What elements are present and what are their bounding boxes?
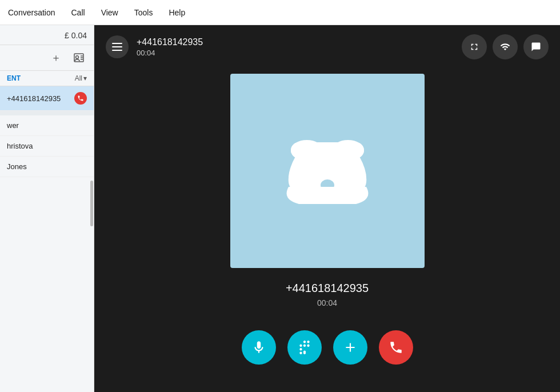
call-center-number: +441618142935 (286, 282, 369, 295)
svg-rect-7 (112, 50, 122, 51)
call-body: +441618142935 00:04 (94, 69, 560, 392)
call-center-duration: 00:04 (317, 298, 337, 307)
chat-button[interactable] (523, 34, 549, 59)
sidebar-divider (0, 111, 94, 115)
main-layout: £ 0.04 ＋ ENT All ▾ (0, 25, 560, 392)
contact-name-active: +441618142935 (7, 94, 61, 103)
menu-call[interactable]: Call (70, 6, 86, 19)
call-controls (242, 330, 413, 387)
call-header-left: +441618142935 00:04 (106, 35, 203, 58)
sidebar-balance: £ 0.04 (0, 25, 94, 45)
menu-tools[interactable]: Tools (133, 6, 154, 19)
sidebar: £ 0.04 ＋ ENT All ▾ (0, 25, 94, 392)
filter-label: ENT (7, 74, 21, 82)
contact-item-hristova[interactable]: hristova (0, 136, 94, 157)
menu-conversation[interactable]: Conversation (7, 6, 57, 19)
dialpad-button[interactable] (287, 330, 322, 365)
call-number: +441618142935 (137, 37, 203, 47)
call-header-right (462, 34, 549, 59)
phone-avatar-icon (276, 125, 379, 217)
end-call-button[interactable] (379, 330, 413, 365)
svg-point-1 (76, 56, 79, 59)
menu-help[interactable]: Help (167, 6, 186, 19)
call-menu-button[interactable] (106, 35, 129, 58)
call-duration: 00:04 (137, 49, 203, 57)
avatar-container (230, 74, 425, 268)
add-button[interactable]: ＋ (48, 50, 64, 66)
svg-rect-10 (291, 142, 364, 158)
svg-rect-6 (112, 46, 122, 47)
contact-item-wer[interactable]: wer (0, 115, 94, 136)
add-button[interactable] (333, 330, 367, 365)
sidebar-actions: ＋ (0, 45, 94, 71)
svg-rect-5 (112, 43, 122, 44)
sidebar-filter: ENT All ▾ (0, 71, 94, 86)
call-header: +441618142935 00:04 (94, 25, 560, 69)
contact-item-jones[interactable]: Jones (0, 157, 94, 177)
menu-bar: Conversation Call View Tools Help (0, 0, 560, 25)
sidebar-scroll-wrap: +441618142935 wer hristova Jones (0, 86, 94, 392)
end-call-badge (74, 92, 87, 105)
fullscreen-button[interactable] (462, 34, 487, 59)
mute-button[interactable] (242, 330, 276, 365)
contacts-button[interactable] (71, 50, 87, 66)
menu-view[interactable]: View (100, 6, 119, 19)
call-info: +441618142935 00:04 (137, 37, 203, 57)
contact-item-active[interactable]: +441618142935 (0, 86, 94, 111)
signal-button[interactable] (493, 34, 518, 59)
call-area: +441618142935 00:04 (94, 25, 560, 392)
filter-all[interactable]: All ▾ (75, 74, 87, 82)
